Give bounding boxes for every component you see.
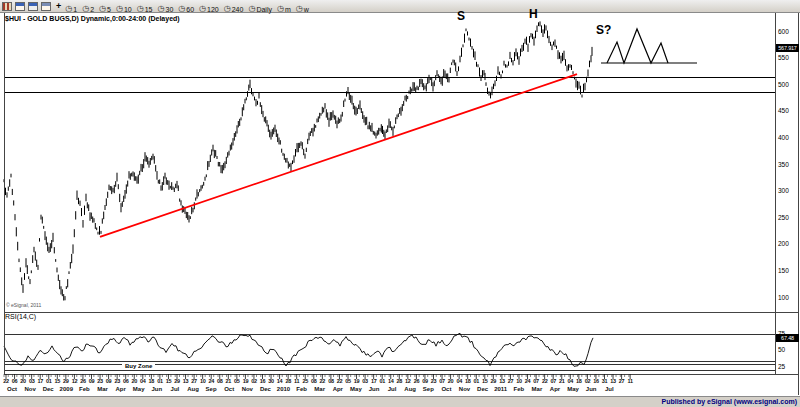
date-tick-label: 29 — [174, 378, 180, 384]
date-tick-label: 20 — [20, 378, 26, 384]
zigzag-pattern-sketch[interactable] — [607, 29, 668, 63]
date-tick-label: 09 — [106, 378, 112, 384]
month-label: Apr — [550, 386, 560, 392]
date-tick-label: 30 — [268, 378, 274, 384]
rsi-tick-label: 50 — [778, 346, 785, 353]
uptrend-line[interactable] — [100, 74, 577, 237]
date-tick-label: 24 — [208, 378, 214, 384]
buy-zone-annotation[interactable]: Buy Zone — [122, 363, 155, 370]
date-tick-label: 06 — [12, 378, 18, 384]
date-tick-label: 23 — [114, 378, 120, 384]
price-tick-label: 250 — [778, 214, 789, 221]
month-label: Jun — [369, 386, 380, 392]
date-tick-label: 07 — [533, 378, 539, 384]
month-label: Apr — [333, 386, 343, 392]
date-tick-label: 05 — [234, 378, 240, 384]
date-tick-label: 18 — [465, 378, 471, 384]
month-label: Mar — [314, 386, 325, 392]
date-tick-label: 22 — [3, 378, 9, 384]
publisher-credit: Published by eSignal (www.esignal.com) — [662, 398, 798, 405]
date-tick-label: 01 — [473, 378, 479, 384]
month-label: 2011 — [494, 386, 507, 392]
date-tick-label: 08 — [311, 378, 317, 384]
date-tick-label: 09 — [422, 378, 428, 384]
date-tick-label: 27 — [508, 378, 514, 384]
month-label: Aug — [187, 386, 199, 392]
price-tick-label: 150 — [778, 267, 789, 274]
esignal-chart-window: { "toolbar": { "window_icons": ["chart-g… — [0, 0, 800, 407]
date-tick-label: 21 — [226, 378, 232, 384]
date-tick-label: 29 — [491, 378, 497, 384]
date-tick-label: 11 — [294, 378, 299, 384]
price-tick-label: 300 — [778, 187, 789, 194]
price-tick-label: 100 — [778, 294, 789, 301]
price-tick-label: 600 — [778, 28, 789, 35]
left-shoulder-annotation[interactable]: S — [457, 9, 465, 23]
date-tick-label: 04 — [456, 378, 462, 384]
date-tick-label: 16 — [593, 378, 599, 384]
month-label: Jun — [151, 386, 162, 392]
date-tick-label: 10 — [200, 378, 206, 384]
date-tick-label: 09 — [89, 378, 95, 384]
date-tick-label: 17 — [371, 378, 377, 384]
date-tick-label: 13 — [499, 378, 505, 384]
date-tick-label: 01 — [379, 378, 385, 384]
date-tick-label: 22 — [542, 378, 548, 384]
date-tick-label: 17 — [37, 378, 43, 384]
date-tick-label: 23 — [97, 378, 103, 384]
date-tick-label: 14 — [277, 378, 283, 384]
price-bars-series[interactable] — [4, 21, 592, 300]
date-tick-label: 13 — [610, 378, 616, 384]
date-tick-label: 26 — [80, 378, 86, 384]
price-tick-label: 350 — [778, 161, 789, 168]
date-tick-label: 14 — [388, 378, 394, 384]
month-label: Jul — [388, 386, 397, 392]
month-label: May — [133, 386, 145, 392]
month-label: Mar — [532, 386, 543, 392]
date-tick-label: 24 — [525, 378, 531, 384]
date-tick-label: 20 — [131, 378, 137, 384]
date-tick-label: 23 — [431, 378, 437, 384]
rsi-study-label[interactable]: RSI(14,C) — [5, 313, 36, 320]
price-tick-label: 450 — [778, 107, 789, 114]
date-tick-label: 12 — [405, 378, 411, 384]
month-label: Dec — [260, 386, 271, 392]
date-tick-label: 06 — [123, 378, 129, 384]
date-tick-label: 15 — [166, 378, 172, 384]
date-tick-label: 28 — [397, 378, 403, 384]
chart-canvas[interactable] — [0, 0, 800, 407]
date-tick-label: 31 — [602, 378, 608, 384]
date-tick-label: 19 — [354, 378, 360, 384]
month-label: 2010 — [277, 386, 290, 392]
month-label: Jul — [171, 386, 180, 392]
month-label: 2009 — [60, 386, 73, 392]
head-annotation[interactable]: H — [529, 7, 538, 21]
month-label: Nov — [242, 386, 253, 392]
date-tick-label: 04 — [140, 378, 146, 384]
month-label: Sep — [206, 386, 217, 392]
footer-strip: Published by eSignal (www.esignal.com) — [0, 396, 800, 407]
date-tick-label: 21 — [559, 378, 565, 384]
date-tick-label: 19 — [243, 378, 249, 384]
price-tick-label: 400 — [778, 134, 789, 141]
date-tick-label: 27 — [619, 378, 625, 384]
month-label: Dec — [43, 386, 54, 392]
esignal-copyright: © eSignal, 2011 — [6, 302, 41, 308]
last-price-tag: 567.917 — [776, 44, 799, 52]
rsi-tick-label: 25 — [778, 363, 785, 370]
month-label: Oct — [224, 386, 234, 392]
month-label: Feb — [296, 386, 307, 392]
projected-shoulder-annotation[interactable]: S? — [596, 23, 611, 37]
date-tick-label: 25 — [302, 378, 308, 384]
chart-title: $HUI - GOLD BUGS,D) Dynamic,0:00-24:00 (… — [5, 15, 180, 22]
month-label: May — [567, 386, 579, 392]
date-tick-label: 28 — [285, 378, 291, 384]
price-tick-label: 500 — [778, 81, 789, 88]
price-tick-label: 200 — [778, 240, 789, 247]
date-tick-label: 18 — [576, 378, 582, 384]
date-tick-label: 12 — [72, 378, 78, 384]
date-tick-label: 08 — [328, 378, 334, 384]
date-tick-label: 27 — [191, 378, 197, 384]
date-tick-label: 03 — [362, 378, 368, 384]
date-tick-label: 02 — [585, 378, 591, 384]
